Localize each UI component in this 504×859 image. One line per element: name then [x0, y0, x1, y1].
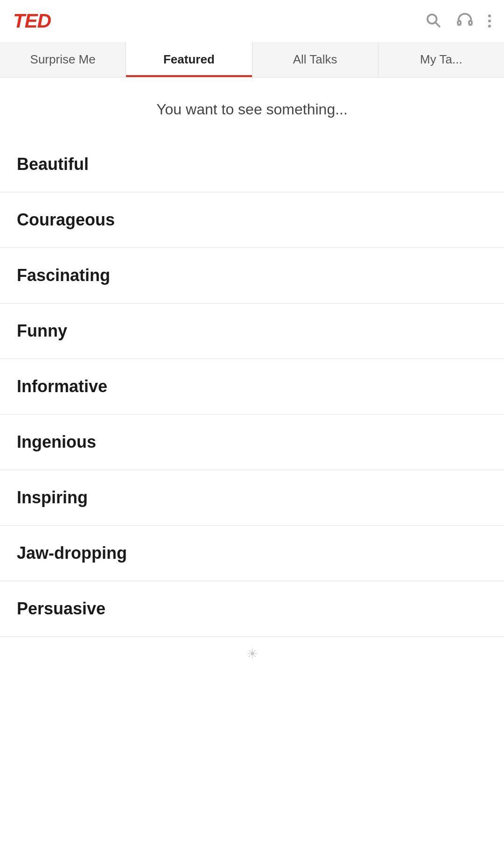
svg-rect-3 [469, 21, 472, 25]
header-icons [425, 12, 491, 30]
list-item[interactable]: Funny [0, 303, 504, 359]
app-header: TED [0, 0, 504, 42]
tab-my-talks[interactable]: My Ta... [378, 42, 504, 77]
list-item[interactable]: Persuasive [0, 581, 504, 637]
headphone-icon[interactable] [456, 12, 473, 30]
list-item[interactable]: Jaw-dropping [0, 526, 504, 581]
svg-point-0 [427, 14, 437, 24]
list-item[interactable]: Informative [0, 359, 504, 415]
tab-surprise-me[interactable]: Surprise Me [0, 42, 126, 77]
tab-all-talks[interactable]: All Talks [252, 42, 378, 77]
bottom-hint: ☀ [0, 637, 504, 671]
svg-line-1 [435, 22, 440, 27]
main-content: You want to see something... Beautiful C… [0, 77, 504, 637]
ted-logo: TED [13, 10, 51, 32]
search-icon[interactable] [425, 12, 441, 30]
tab-featured[interactable]: Featured [126, 42, 252, 77]
list-item[interactable]: Beautiful [0, 137, 504, 192]
page-subtitle: You want to see something... [0, 77, 504, 137]
svg-rect-2 [458, 21, 461, 25]
bottom-gesture-icon: ☀ [246, 646, 258, 662]
list-item[interactable]: Inspiring [0, 470, 504, 526]
list-item[interactable]: Courageous [0, 192, 504, 248]
list-item[interactable]: Ingenious [0, 415, 504, 470]
list-item[interactable]: Fascinating [0, 248, 504, 303]
categories-list: Beautiful Courageous Fascinating Funny I… [0, 137, 504, 637]
nav-tabs: Surprise Me Featured All Talks My Ta... [0, 42, 504, 77]
more-icon[interactable] [488, 14, 491, 28]
